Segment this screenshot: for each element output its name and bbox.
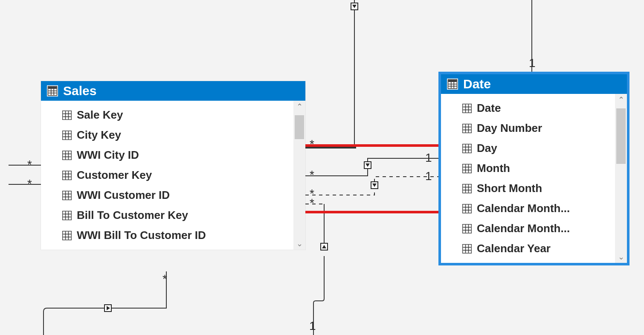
table-date[interactable]: Date Date Day Number Day Month Short Mon… — [441, 74, 627, 263]
cardinality-many: * — [162, 272, 167, 286]
scroll-down-icon[interactable]: ⌄ — [293, 238, 305, 250]
field-row[interactable]: Bill To Customer Key — [41, 205, 305, 225]
column-icon — [62, 211, 72, 220]
svg-rect-3 — [48, 87, 57, 89]
column-icon — [62, 191, 72, 200]
field-row[interactable]: Day — [441, 138, 627, 158]
field-row[interactable]: Month — [441, 158, 627, 178]
column-icon — [62, 131, 72, 140]
column-icon — [462, 104, 472, 113]
svg-rect-71 — [463, 144, 471, 152]
field-label: Date — [477, 102, 501, 115]
svg-rect-101 — [463, 245, 471, 253]
cardinality-many: * — [27, 177, 32, 191]
field-label: Day — [477, 142, 497, 155]
svg-rect-39 — [63, 211, 71, 219]
column-icon — [462, 244, 472, 253]
field-row[interactable]: Customer Key — [41, 165, 305, 185]
svg-rect-59 — [463, 104, 471, 112]
column-icon — [462, 224, 472, 233]
column-icon — [462, 144, 472, 153]
cardinality-one: 1 — [529, 56, 536, 70]
field-row[interactable]: Short Month — [441, 178, 627, 198]
field-label: Short Month — [477, 182, 542, 195]
table-body-date: Date Day Number Day Month Short Month Ca… — [441, 94, 627, 263]
field-row[interactable]: WWI City ID — [41, 145, 305, 165]
table-body-sales: Sale Key City Key WWI City ID Customer K… — [41, 101, 305, 250]
field-row[interactable]: Calendar Year — [441, 239, 627, 259]
filter-direction-icon — [371, 181, 378, 189]
column-icon — [462, 184, 472, 193]
svg-rect-89 — [463, 204, 471, 213]
scroll-up-icon[interactable]: ⌃ — [293, 101, 305, 113]
field-label: City Key — [77, 128, 121, 142]
scroll-thumb[interactable] — [295, 115, 304, 139]
field-row[interactable]: WWI Customer ID — [41, 185, 305, 205]
scroll-thumb[interactable] — [616, 108, 626, 164]
field-label: Calendar Year — [477, 242, 551, 255]
cardinality-one: 1 — [425, 169, 432, 183]
column-icon — [62, 111, 72, 120]
cardinality-many: * — [27, 158, 32, 172]
field-row[interactable]: Day Number — [441, 118, 627, 138]
field-label: Sale Key — [77, 108, 123, 122]
cardinality-many: * — [310, 168, 314, 182]
cardinality-one: 1 — [425, 151, 432, 165]
table-icon — [447, 79, 458, 90]
scroll-down-icon[interactable]: ⌄ — [615, 251, 627, 263]
svg-rect-21 — [63, 151, 71, 159]
svg-rect-33 — [63, 191, 71, 199]
sales-scrollbar[interactable]: ⌃ ⌄ — [293, 101, 305, 250]
column-icon — [462, 124, 472, 133]
field-row[interactable]: Calendar Month... — [441, 218, 627, 239]
filter-direction-icon — [364, 161, 371, 169]
field-label: Customer Key — [77, 169, 152, 182]
cardinality-one: 1 — [309, 319, 316, 333]
field-label: WWI Customer ID — [77, 189, 170, 202]
column-icon — [462, 164, 472, 173]
svg-rect-77 — [463, 164, 471, 172]
field-row[interactable]: WWI Bill To Customer ID — [41, 225, 305, 245]
field-row[interactable]: City Key — [41, 125, 305, 145]
svg-rect-95 — [463, 224, 471, 233]
column-icon — [62, 151, 72, 160]
table-header-sales[interactable]: Sales — [41, 81, 305, 101]
date-scrollbar[interactable]: ⌃ ⌄ — [615, 94, 627, 263]
column-icon — [62, 231, 72, 240]
field-label: WWI City ID — [77, 149, 139, 162]
table-sales[interactable]: Sales Sale Key City Key WWI City ID Cust… — [41, 81, 305, 250]
filter-direction-icon — [351, 3, 358, 10]
field-row[interactable]: Sale Key — [41, 105, 305, 125]
svg-rect-53 — [448, 80, 457, 82]
field-row[interactable]: Calendar Month... — [441, 198, 627, 218]
svg-rect-9 — [63, 111, 71, 119]
table-header-date[interactable]: Date — [441, 74, 627, 94]
field-row[interactable]: Date — [441, 98, 627, 118]
field-label: Day Number — [477, 122, 542, 135]
diagram-canvas[interactable]: * * * * * * 1 1 1 * 1 Sales Sale Key Cit… — [0, 0, 644, 335]
field-label: Calendar Month... — [477, 222, 570, 235]
field-label: WWI Bill To Customer ID — [77, 229, 206, 242]
field-label: Month — [477, 162, 510, 175]
filter-direction-icon — [104, 304, 112, 312]
table-icon — [47, 85, 58, 96]
svg-rect-45 — [63, 231, 71, 239]
table-title: Sales — [63, 84, 96, 98]
svg-rect-15 — [63, 131, 71, 139]
svg-rect-83 — [463, 184, 471, 192]
column-icon — [462, 204, 472, 213]
svg-rect-65 — [463, 124, 471, 132]
scroll-up-icon[interactable]: ⌃ — [615, 94, 627, 106]
filter-direction-icon — [320, 243, 328, 251]
svg-rect-27 — [63, 171, 71, 179]
cardinality-many: * — [310, 196, 314, 210]
table-title: Date — [463, 77, 491, 91]
column-icon — [62, 171, 72, 180]
cardinality-many: * — [310, 137, 314, 151]
field-label: Calendar Month... — [477, 202, 570, 215]
field-label: Bill To Customer Key — [77, 209, 188, 222]
